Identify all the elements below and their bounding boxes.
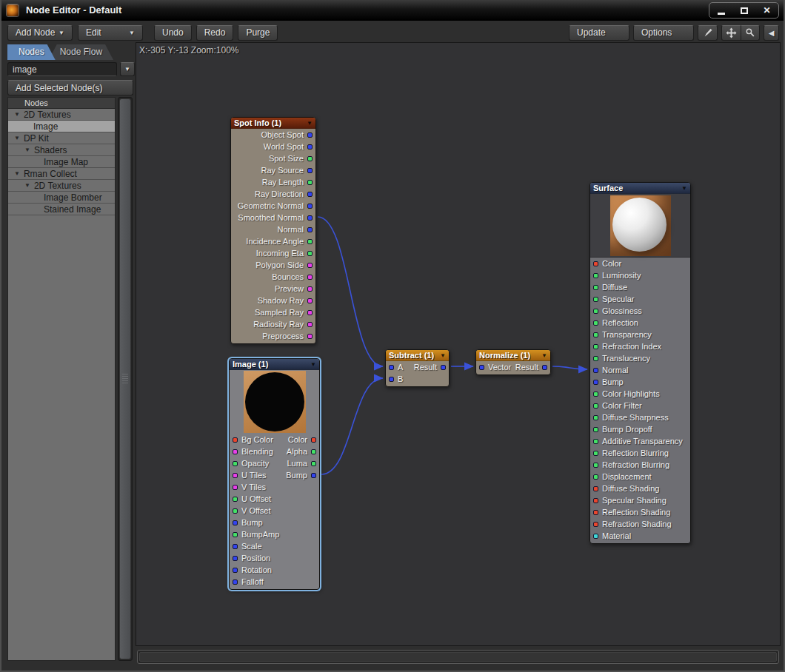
input-socket-vector[interactable] <box>389 377 394 382</box>
input-socket-scalar[interactable] <box>593 332 598 337</box>
scrollbar-handle[interactable] <box>119 98 131 659</box>
scrollbar-handle[interactable] <box>139 652 777 662</box>
input-socket-scalar[interactable] <box>233 497 238 502</box>
input-socket-scalar[interactable] <box>593 309 598 314</box>
input-socket-scalar[interactable] <box>593 285 598 290</box>
node-spot-info[interactable]: Spot Info (1)▼Object SpotWorld SpotSpot … <box>230 117 316 344</box>
connection-wire[interactable] <box>552 366 587 369</box>
input-socket-color[interactable] <box>593 522 598 527</box>
tree-item[interactable]: ▼Rman Collect <box>8 168 115 180</box>
input-socket-scalar[interactable] <box>593 356 598 361</box>
output-socket-vector[interactable] <box>307 192 313 197</box>
output-socket-scalar[interactable] <box>311 449 316 454</box>
input-socket-vector[interactable] <box>233 568 238 573</box>
tree-item[interactable]: Image Map <box>8 156 115 168</box>
input-socket-color[interactable] <box>593 498 598 503</box>
output-socket-integer[interactable] <box>307 322 313 327</box>
node-canvas[interactable]: X:-305 Y:-13 Zoom:100% Spot Info (1)▼Obj… <box>136 42 781 646</box>
node-menu-icon[interactable]: ▼ <box>310 361 316 368</box>
maximize-button[interactable] <box>732 3 755 18</box>
input-socket-vector[interactable] <box>389 365 394 370</box>
output-socket-vector[interactable] <box>441 365 446 370</box>
connection-wire[interactable] <box>321 378 383 474</box>
tree-item[interactable]: Image Bomber <box>8 192 115 204</box>
node-image[interactable]: Image (1)▼Bg ColorColorBlendingAlphaOpac… <box>229 358 320 590</box>
node-header[interactable]: Subtract (1)▼ <box>386 350 449 361</box>
output-socket-vector[interactable] <box>307 132 313 138</box>
output-socket-integer[interactable] <box>307 298 313 303</box>
output-socket-vector[interactable] <box>311 473 316 478</box>
input-socket-scalar[interactable] <box>593 463 598 468</box>
tab-nodes[interactable]: Nodes <box>7 44 56 60</box>
input-socket-scalar[interactable] <box>593 273 598 278</box>
node-header[interactable]: Normalize (1)▼ <box>476 350 550 361</box>
input-socket-scalar[interactable] <box>593 344 598 349</box>
output-socket-vector[interactable] <box>307 144 313 149</box>
input-socket-integer[interactable] <box>233 473 238 478</box>
collapse-arrow-icon[interactable]: ▼ <box>24 182 30 189</box>
input-socket-material[interactable] <box>593 534 598 539</box>
node-menu-icon[interactable]: ▼ <box>440 352 446 359</box>
output-socket-scalar[interactable] <box>311 461 316 466</box>
output-socket-vector[interactable] <box>307 227 313 232</box>
titlebar[interactable]: Node Editor - Default ✕ <box>0 0 785 21</box>
input-socket-integer[interactable] <box>233 449 238 454</box>
node-header[interactable]: Spot Info (1)▼ <box>231 118 315 129</box>
output-socket-color[interactable] <box>311 437 316 443</box>
edit-button[interactable]: Edit ▼ <box>78 25 143 41</box>
input-socket-color[interactable] <box>593 510 598 515</box>
output-socket-integer[interactable] <box>307 286 313 292</box>
input-socket-scalar[interactable] <box>233 532 238 537</box>
output-socket-vector[interactable] <box>307 204 313 209</box>
input-socket-vector[interactable] <box>593 368 598 373</box>
node-header[interactable]: Image (1)▼ <box>230 359 319 370</box>
input-socket-color[interactable] <box>593 261 598 266</box>
collapse-arrow-icon[interactable]: ▼ <box>14 135 20 141</box>
input-socket-color[interactable] <box>233 437 238 443</box>
input-socket-vector[interactable] <box>233 579 238 585</box>
input-socket-scalar[interactable] <box>593 403 598 409</box>
input-socket-scalar[interactable] <box>593 439 598 444</box>
draw-connection-button[interactable] <box>698 25 718 41</box>
input-socket-scalar[interactable] <box>233 461 238 466</box>
node-search-input[interactable] <box>7 62 117 76</box>
input-socket-scalar[interactable] <box>593 474 598 480</box>
input-socket-vector[interactable] <box>233 556 238 561</box>
input-socket-scalar[interactable] <box>593 297 598 302</box>
input-socket-vector[interactable] <box>233 544 238 549</box>
output-socket-integer[interactable] <box>307 310 313 315</box>
output-socket-scalar[interactable] <box>307 239 313 244</box>
close-button[interactable]: ✕ <box>755 3 778 18</box>
input-socket-color[interactable] <box>593 486 598 491</box>
output-socket-vector[interactable] <box>542 365 547 370</box>
zoom-button[interactable] <box>741 25 760 41</box>
output-socket-scalar[interactable] <box>307 251 313 256</box>
input-socket-vector[interactable] <box>233 520 238 525</box>
node-menu-icon[interactable]: ▼ <box>681 185 687 192</box>
output-socket-integer[interactable] <box>307 263 313 268</box>
tree-item[interactable]: Image <box>8 121 115 132</box>
node-menu-icon[interactable]: ▼ <box>307 120 313 127</box>
input-socket-vector[interactable] <box>479 365 484 370</box>
output-socket-integer[interactable] <box>307 275 313 280</box>
redo-button[interactable]: Redo <box>196 25 234 41</box>
input-socket-scalar[interactable] <box>593 392 598 397</box>
input-socket-vector[interactable] <box>593 380 598 385</box>
pan-button[interactable] <box>721 25 741 41</box>
node-normalize[interactable]: Normalize (1)▼VectorResult <box>475 349 551 375</box>
tree-item[interactable]: ▼2D Textures <box>8 109 115 121</box>
input-socket-scalar[interactable] <box>593 415 598 420</box>
collapse-panel-button[interactable]: ◀ <box>764 25 779 41</box>
add-node-button[interactable]: Add Node ▼ <box>7 25 73 41</box>
output-socket-scalar[interactable] <box>307 156 313 161</box>
collapse-arrow-icon[interactable]: ▼ <box>14 111 20 118</box>
input-socket-scalar[interactable] <box>593 320 598 326</box>
input-socket-scalar[interactable] <box>593 427 598 432</box>
collapse-arrow-icon[interactable]: ▼ <box>24 147 30 153</box>
sidebar-scrollbar[interactable] <box>118 97 133 661</box>
output-socket-integer[interactable] <box>307 334 313 339</box>
tree-item[interactable]: ▼Shaders <box>8 144 115 156</box>
connection-wire[interactable] <box>318 217 383 366</box>
input-socket-scalar[interactable] <box>233 508 238 514</box>
input-socket-integer[interactable] <box>233 485 238 490</box>
